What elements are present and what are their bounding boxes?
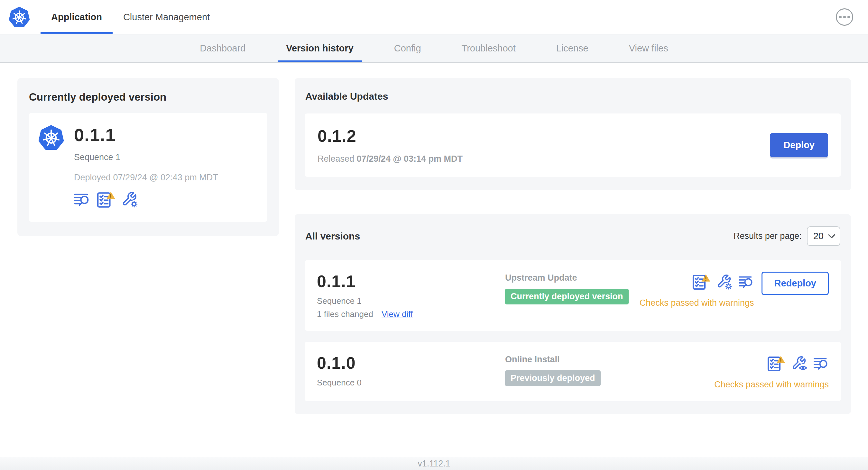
left-column: Currently deployed version 0.1.1 Sequenc… [18,78,279,236]
tab-config[interactable]: Config [386,34,430,62]
currently-deployed-version-panel: 0.1.1 Sequence 1 Deployed 07/29/24 @ 02:… [29,113,267,222]
results-per-page-label: Results per page: [734,231,802,241]
version-row-0-1-1: 0.1.1 Sequence 1 1 files changed View di… [305,260,841,331]
redeploy-button[interactable]: Redeploy [762,272,829,295]
header-spacer [220,0,836,34]
available-updates-title: Available Updates [305,91,841,102]
results-per-page: Results per page: 20 [734,226,840,246]
files-changed-label: 1 files changed [317,309,373,319]
edit-config-icon[interactable] [716,274,733,291]
view-diff-link[interactable]: View diff [381,309,413,319]
version-sequence: Sequence 0 [317,378,505,388]
icons-and-status: Checks passed with warnings [640,272,754,308]
available-update-info: 0.1.2 Released 07/29/24 @ 03:14 pm MDT [317,126,463,164]
update-released-timestamp: Released 07/29/24 @ 03:14 pm MDT [317,154,463,164]
currently-deployed-details: 0.1.1 Sequence 1 Deployed 07/29/24 @ 02:… [74,125,218,209]
version-actions: Checks passed with warnings Redeploy [640,272,829,308]
tab-view-files[interactable]: View files [621,34,677,62]
tab-version-history[interactable]: Version history [278,34,362,62]
checks-status-text: Checks passed with warnings [640,298,754,308]
edit-config-icon[interactable] [122,191,138,209]
source-label: Online Install [505,355,714,365]
version-source: Upstream Update Currently deployed versi… [505,272,640,304]
preflight-checks-warning-icon[interactable] [766,355,786,373]
icons-and-status: Checks passed with warnings [714,353,829,390]
app-kubernetes-icon [39,125,64,151]
right-column: Available Updates 0.1.2 Released 07/29/2… [295,78,851,414]
app-logo [9,0,30,34]
admin-console-page: Application Cluster Management Dashboard… [0,0,868,470]
all-versions-card: All versions Results per page: 20 0.1.1 … [295,214,851,414]
app-subnav: Dashboard Version history Config Trouble… [0,34,868,63]
preflight-checks-warning-icon[interactable] [691,274,711,291]
ellipsis-dot [847,16,850,18]
current-version-number: 0.1.1 [74,125,218,145]
tab-license[interactable]: License [548,34,597,62]
checks-status-text: Checks passed with warnings [714,380,829,390]
version-sequence: Sequence 1 [317,296,505,306]
top-header: Application Cluster Management [0,0,868,34]
results-per-page-value: 20 [813,231,824,241]
currently-deployed-title: Currently deployed version [29,91,267,103]
released-date: 07/29/24 @ 03:14 pm MDT [357,154,463,164]
version-actions: Checks passed with warnings [714,353,829,390]
files-changed-row: 1 files changed View diff [317,309,505,319]
version-info: 0.1.1 Sequence 1 1 files changed View di… [317,272,505,319]
footer: v1.112.1 [0,457,868,470]
current-version-sequence: Sequence 1 [74,153,218,162]
version-number: 0.1.1 [317,272,505,291]
version-number: 0.1.0 [317,353,505,373]
source-label: Upstream Update [505,273,640,283]
status-badge: Previously deployed [505,370,601,386]
deploy-logs-icon[interactable] [738,275,754,290]
current-version-actions [74,191,218,209]
version-source: Online Install Previously deployed [505,353,714,386]
deploy-logs-icon[interactable] [813,357,829,371]
current-version-deployed-timestamp: Deployed 07/29/24 @ 02:43 pm MDT [74,173,218,182]
available-update-row: 0.1.2 Released 07/29/24 @ 03:14 pm MDT D… [305,113,841,177]
available-updates-card: Available Updates 0.1.2 Released 07/29/2… [295,78,851,190]
deploy-logs-icon[interactable] [74,193,90,208]
version-action-icons [691,274,754,291]
tab-dashboard[interactable]: Dashboard [191,34,254,62]
status-badge: Currently deployed version [505,289,629,304]
ellipsis-menu-button[interactable] [836,8,853,26]
deploy-button[interactable]: Deploy [770,133,828,157]
header-tabs: Application Cluster Management [40,0,220,34]
preflight-checks-warning-icon[interactable] [96,191,116,209]
chevron-down-icon [828,234,835,239]
version-action-icons [766,355,829,373]
all-versions-title: All versions [305,231,360,242]
tab-application[interactable]: Application [40,0,113,34]
kubernetes-logo-icon [9,6,30,28]
version-info: 0.1.0 Sequence 0 [317,353,505,388]
version-row-0-1-0: 0.1.0 Sequence 0 Online Install Previous… [305,342,841,401]
tab-troubleshoot[interactable]: Troubleshoot [453,34,524,62]
ellipsis-dot [843,16,846,18]
console-version: v1.112.1 [417,459,451,469]
results-per-page-select[interactable]: 20 [807,226,840,246]
view-config-icon[interactable] [792,356,808,372]
all-versions-header: All versions Results per page: 20 [305,226,840,246]
ellipsis-dot [839,16,842,18]
main-content: Currently deployed version 0.1.1 Sequenc… [0,63,868,457]
tab-cluster-management[interactable]: Cluster Management [113,0,220,34]
released-label: Released [317,154,354,164]
update-version-number: 0.1.2 [317,126,463,146]
currently-deployed-card: Currently deployed version 0.1.1 Sequenc… [18,78,279,236]
